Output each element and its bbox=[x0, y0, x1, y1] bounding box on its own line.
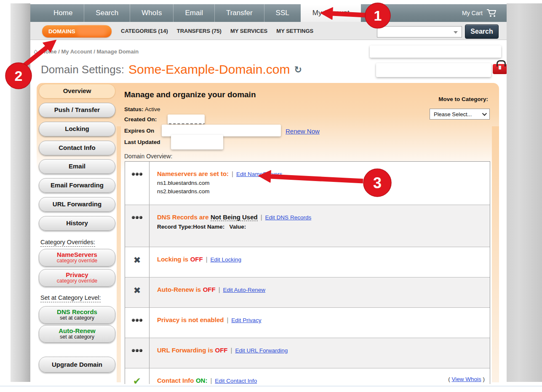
nav-tab-email[interactable]: Email bbox=[173, 4, 214, 22]
nav-tab-transfer[interactable]: Transfer bbox=[214, 4, 264, 22]
nameserver-value: ns1.bluestardns.com bbox=[157, 180, 483, 186]
page-title: Domain Settings: Some-Example-Domain.com… bbox=[41, 62, 302, 77]
renew-now-link[interactable]: Renew Now bbox=[286, 128, 320, 135]
overview-row-contact-info: ✔Contact Info ON:|Edit Contact Info( Vie… bbox=[125, 368, 490, 384]
status-value: Active bbox=[145, 106, 160, 112]
nav-tab-my-account[interactable]: My Account bbox=[301, 4, 361, 22]
overview-row-icon-cell: ✖ bbox=[125, 277, 150, 307]
sidebar-item-history[interactable]: History bbox=[39, 216, 115, 231]
overview-row-content: Nameservers are set to:|Edit NameServers… bbox=[150, 162, 490, 205]
overview-row-icon-cell bbox=[125, 308, 150, 338]
check-icon: ✔ bbox=[133, 376, 141, 384]
dots-icon bbox=[132, 349, 142, 368]
overview-row-dns-records: DNS Records are Not Being Used|Edit DNS … bbox=[125, 205, 490, 247]
edit-dns-records-link[interactable]: Edit DNS Records bbox=[265, 214, 312, 221]
breadcrumb: ⌂ Home / My Account / Manage Domain bbox=[34, 48, 139, 55]
sidebar-item-privacy[interactable]: Privacycategory override bbox=[39, 269, 115, 287]
redacted-domains-count bbox=[77, 27, 107, 36]
home-icon: ⌂ bbox=[34, 48, 38, 55]
subnav-tab-my-settings[interactable]: MY SETTINGS bbox=[276, 28, 313, 34]
created-line: Created On: bbox=[124, 116, 157, 123]
overview-row-icon-cell bbox=[125, 162, 150, 205]
sidebar-item-email-forwarding[interactable]: Email Forwarding bbox=[39, 178, 115, 193]
set-at-category-label: Set at Category Level: bbox=[40, 294, 101, 302]
status-line: Status: Active bbox=[124, 106, 160, 112]
view-whois-link[interactable]: View Whois bbox=[451, 376, 481, 382]
sidebar-item-dns-records[interactable]: DNS Recordsset at category bbox=[39, 306, 115, 324]
category-select-value: Please Select... bbox=[434, 111, 472, 117]
edit-locking-link[interactable]: Edit Locking bbox=[211, 256, 242, 263]
cross-icon: ✖ bbox=[133, 255, 141, 277]
sidebar-item-auto-renew[interactable]: Auto-Renewset at category bbox=[39, 325, 115, 343]
dots-icon bbox=[132, 319, 142, 338]
expires-line: Expires On bbox=[124, 128, 154, 134]
subnav-tab-categories-14[interactable]: CATEGORIES (14) bbox=[121, 28, 168, 34]
toolbox-icon[interactable] bbox=[493, 64, 507, 74]
panel-right-strip bbox=[492, 126, 499, 382]
last-updated-label: Last Updated bbox=[124, 139, 160, 145]
overview-row-content: DNS Records are Not Being Used|Edit DNS … bbox=[150, 205, 490, 247]
page-title-domain: Some-Example-Domain.com bbox=[128, 62, 290, 77]
row-title: Locking is bbox=[157, 256, 188, 263]
sidebar-item-nameservers[interactable]: NameServerscategory override bbox=[39, 249, 115, 267]
page: HomeSearchWhoIsEmailTransferSSLMy Accoun… bbox=[30, 0, 507, 384]
sidebar-item-push-transfer[interactable]: Push / Transfer bbox=[39, 103, 115, 117]
overview-row-icon-cell bbox=[125, 338, 150, 368]
subnav-tab-my-services[interactable]: MY SERVICES bbox=[230, 28, 267, 34]
my-cart-button[interactable]: My Cart bbox=[462, 4, 497, 22]
category-overrides-label: Category Overrides: bbox=[40, 239, 95, 247]
row-status: OFF bbox=[203, 286, 216, 293]
sidebar-item-email[interactable]: Email bbox=[39, 159, 115, 174]
subnav-tab-domains[interactable]: DOMAINS bbox=[42, 25, 112, 37]
row-title: URL Forwarding is bbox=[157, 347, 213, 354]
section-heading: Manage and organize your domain bbox=[124, 90, 256, 99]
window-gutter-right bbox=[507, 3, 542, 382]
redacted-box-domain-tools bbox=[376, 63, 491, 77]
category-select[interactable]: Please Select... bbox=[430, 109, 490, 120]
row-status: OFF bbox=[190, 256, 203, 263]
cart-icon bbox=[486, 9, 497, 17]
dots-icon bbox=[132, 216, 142, 247]
row-title: Privacy is not enabled bbox=[157, 316, 224, 323]
chevron-down-icon bbox=[482, 111, 487, 116]
subnav-tab-transfers-75[interactable]: TRANSFERS (75) bbox=[177, 28, 222, 34]
overview-row-icon-cell: ✖ bbox=[125, 247, 150, 277]
panel-left-strip bbox=[117, 126, 121, 382]
toolbox-latch bbox=[499, 66, 501, 69]
sidebar-item-upgrade-domain[interactable]: Upgrade Domain bbox=[39, 357, 115, 373]
breadcrumb-path[interactable]: Home / My Account / Manage Domain bbox=[42, 48, 139, 55]
dots-icon bbox=[132, 173, 142, 205]
nav-tab-home[interactable]: Home bbox=[42, 4, 84, 22]
nav-tab-whois[interactable]: WhoIs bbox=[130, 4, 173, 22]
sidebar-item-locking[interactable]: Locking bbox=[39, 122, 115, 136]
row-title: Contact Info bbox=[157, 377, 194, 384]
nav-tab-ssl[interactable]: SSL bbox=[264, 4, 301, 22]
viewport-bottom-divider bbox=[0, 386, 542, 387]
top-navbar: HomeSearchWhoIsEmailTransferSSLMy Accoun… bbox=[30, 4, 507, 22]
nav-tab-search[interactable]: Search bbox=[84, 4, 130, 22]
overview-row-content: Locking is OFF|Edit Locking bbox=[150, 247, 490, 277]
sidebar-item-contact-info[interactable]: Contact Info bbox=[39, 141, 115, 155]
overview-row-icon-cell bbox=[125, 205, 150, 247]
edit-contact-info-link[interactable]: Edit Contact Info bbox=[215, 378, 257, 384]
sidebar-item-url-forwarding[interactable]: URL Forwarding bbox=[39, 197, 115, 212]
domain-overview-table: Nameservers are set to:|Edit NameServers… bbox=[125, 161, 490, 384]
search-button[interactable]: Search bbox=[465, 24, 499, 39]
search-combobox[interactable] bbox=[377, 26, 462, 37]
row-title: Nameservers are set to: bbox=[157, 170, 229, 177]
top-nav-tabs: HomeSearchWhoIsEmailTransferSSLMy Accoun… bbox=[42, 4, 361, 22]
edit-privacy-link[interactable]: Edit Privacy bbox=[231, 317, 261, 323]
sidebar-item-overview[interactable]: Overview bbox=[39, 84, 115, 99]
overview-row-auto-renew: ✖Auto-Renew is OFF|Edit Auto-Renew bbox=[125, 277, 490, 307]
refresh-icon[interactable]: ↻ bbox=[294, 64, 302, 75]
overview-row-content: Privacy is not enabled|Edit Privacy bbox=[150, 308, 490, 338]
overview-row-nameservers: Nameservers are set to:|Edit NameServers… bbox=[125, 162, 490, 205]
window-gutter-left bbox=[11, 3, 30, 382]
status-label: Status: bbox=[124, 106, 144, 112]
edit-url-forwarding-link[interactable]: Edit URL Forwarding bbox=[235, 347, 288, 354]
edit-nameservers-link[interactable]: Edit NameServers bbox=[236, 171, 283, 177]
overview-row-content: Contact Info ON:|Edit Contact Info( View… bbox=[150, 368, 490, 384]
combo-dropdown-arrow[interactable] bbox=[454, 31, 458, 34]
edit-auto-renew-link[interactable]: Edit Auto-Renew bbox=[223, 287, 266, 293]
row-title: Auto-Renew is bbox=[157, 286, 201, 293]
